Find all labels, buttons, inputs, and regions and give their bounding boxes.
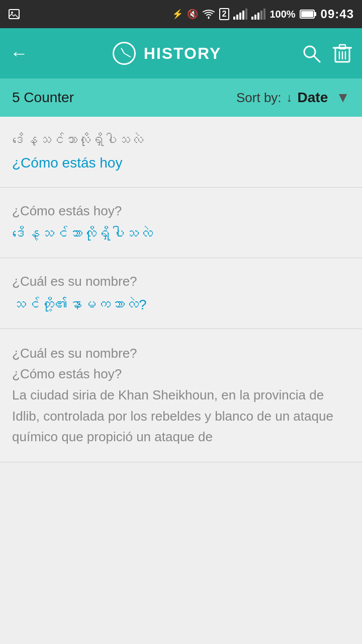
sort-label: Sort by:: [236, 90, 282, 106]
status-bar-left: [8, 8, 20, 20]
bluetooth-icon: ⚡: [172, 9, 183, 20]
status-bar: ⚡ 🔇 2 100% 09:: [0, 0, 362, 28]
translation-text: သင်တို့၏နာမကဘာလဲ?: [12, 295, 350, 314]
status-bar-right: ⚡ 🔇 2 100% 09:: [172, 7, 354, 21]
svg-rect-14: [301, 11, 313, 17]
mute-icon: 🔇: [187, 9, 198, 20]
wifi-icon: [202, 9, 215, 20]
list-item[interactable]: ¿Cuál es su nombre? ¿Cómo estás hoy? La …: [0, 329, 362, 462]
page-title: HISTORY: [144, 44, 221, 63]
svg-rect-11: [263, 9, 265, 20]
filter-bar: 5 Counter Sort by: ↓ Date ▼: [0, 78, 362, 117]
svg-point-1: [11, 12, 13, 14]
clock-icon: [113, 42, 136, 65]
svg-rect-13: [314, 12, 316, 16]
status-time: 09:43: [321, 7, 354, 21]
app-bar-title-group: HISTORY: [40, 42, 294, 65]
translation-text: ဒိနေ့သင်ဘာလိုရှိပါသလဲ: [12, 224, 350, 244]
svg-rect-7: [251, 17, 253, 20]
clock-minute-hand: [124, 53, 131, 57]
search-icon[interactable]: [302, 44, 321, 63]
svg-rect-2: [233, 17, 235, 20]
translation-text: ¿Cómo estás hoy: [12, 153, 350, 173]
text-block: ¿Cuál es su nombre? ¿Cómo estás hoy? La …: [12, 343, 350, 448]
counter-label: 5 Counter: [12, 90, 236, 106]
sort-control[interactable]: Sort by: ↓ Date ▼: [236, 90, 350, 106]
app-bar: ← HISTORY: [0, 28, 362, 78]
svg-rect-5: [242, 11, 244, 20]
source-text: ¿Cuál es su nombre?: [12, 272, 350, 290]
list-item[interactable]: ဒိနေ့သင်ဘာလိုရှိပါသလဲ ¿Cómo estás hoy: [0, 117, 362, 188]
list-item[interactable]: ¿Cómo estás hoy? ဒိနေ့သင်ဘာလိုရှိပါသလဲ: [0, 188, 362, 259]
svg-rect-4: [239, 13, 241, 20]
chevron-down-icon[interactable]: ▼: [336, 90, 350, 106]
svg-rect-6: [245, 9, 247, 20]
battery-icon: [300, 9, 317, 19]
svg-rect-10: [260, 11, 262, 20]
sort-direction-icon: ↓: [287, 91, 293, 105]
svg-rect-9: [257, 13, 259, 20]
svg-line-16: [314, 56, 320, 62]
list-item[interactable]: ¿Cuál es su nombre? သင်တို့၏နာမကဘာလဲ?: [0, 258, 362, 329]
app-bar-actions: [302, 43, 352, 64]
signal-icon: [233, 9, 247, 20]
sim2-icon: 2: [219, 8, 230, 20]
history-list: ဒိနေ့သင်ဘာလိုရှိပါသလဲ ¿Cómo estás hoy ¿C…: [0, 117, 362, 462]
back-button[interactable]: ←: [10, 43, 28, 64]
battery-percent: 100%: [269, 9, 295, 20]
source-text: ဒိနေ့သင်ဘာလိုရှိပါသလဲ: [12, 131, 350, 149]
source-text: ¿Cómo estás hoy?: [12, 202, 350, 220]
svg-rect-19: [339, 45, 345, 49]
svg-rect-3: [236, 15, 238, 20]
sort-value: Date: [298, 90, 328, 106]
svg-rect-8: [254, 15, 256, 20]
delete-icon[interactable]: [333, 43, 352, 64]
image-icon: [8, 8, 20, 20]
signal-alt-icon: [251, 9, 265, 20]
